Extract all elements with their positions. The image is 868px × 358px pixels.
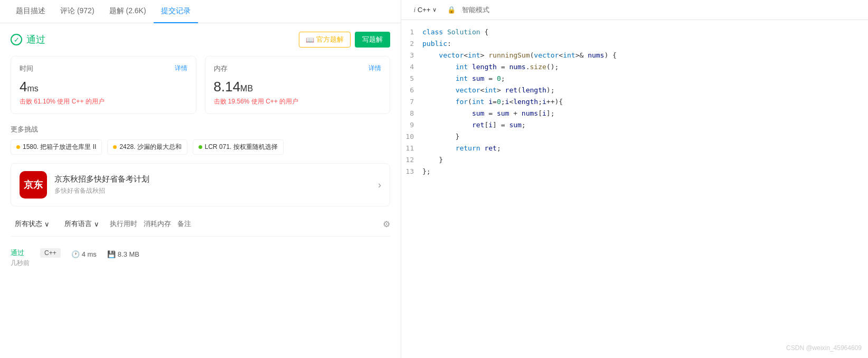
left-panel: 题目描述 评论 (972) 题解 (2.6K) 提交记录 ✓ 通过 📖 官方题解… xyxy=(0,0,401,358)
official-solution-button[interactable]: 📖 官方题解 xyxy=(299,32,351,48)
time-card-header: 时间 详情 xyxy=(20,64,187,73)
code-line-9: 9 ret[i] = sum; xyxy=(401,119,868,131)
line-code-13: }; xyxy=(422,166,868,177)
memory-header: 消耗内存 xyxy=(144,219,171,229)
code-line-4: 4 int length = nums.size(); xyxy=(401,61,868,73)
watermark: CSDN @weixin_45964609 xyxy=(786,344,862,352)
time-card: 时间 详情 4ms 击败 61.10% 使用 C++ 的用户 xyxy=(11,56,196,114)
pass-status: ✓ 通过 xyxy=(11,33,45,46)
note-header: 备注 xyxy=(177,219,191,229)
ad-logo: 京东 xyxy=(20,171,47,199)
memory-card-header: 内存 详情 xyxy=(214,64,382,73)
dot-icon-0 xyxy=(16,145,20,149)
line-number-12: 12 xyxy=(401,154,422,166)
lang-chevron-icon: ∨ xyxy=(432,6,437,13)
dot-icon-2 xyxy=(199,145,202,149)
code-line-8: 8 sum = sum + nums[i]; xyxy=(401,108,868,119)
line-code-9: ret[i] = sum; xyxy=(422,119,868,131)
tab-submissions[interactable]: 提交记录 xyxy=(154,0,198,23)
exec-time-header: 执行用时 xyxy=(110,219,137,229)
line-code-5: int sum = 0; xyxy=(422,73,868,84)
memory-beat: 击败 19.56% 使用 C++ 的用户 xyxy=(214,97,382,106)
challenge-tag-1[interactable]: 2428. 沙漏的最大总和 xyxy=(107,139,187,155)
ad-title: 京东秋招多快好省备考计划 xyxy=(54,174,371,184)
submission-lang: C++ xyxy=(40,248,61,258)
time-beat: 击败 61.10% 使用 C++ 的用户 xyxy=(20,97,187,106)
challenge-label-2: LCR 071. 按权重随机选择 xyxy=(205,143,278,152)
code-line-7: 7 for(int i=0;i<length;i++){ xyxy=(401,96,868,108)
submission-time: 几秒前 xyxy=(11,259,30,268)
line-code-11: return ret; xyxy=(422,143,868,154)
lang-icon: i xyxy=(414,6,416,14)
tab-description[interactable]: 题目描述 xyxy=(8,0,53,23)
tab-solutions[interactable]: 题解 (2.6K) xyxy=(102,0,154,23)
submission-row: 通过 几秒前 C++ 🕐 4 ms 💾 8.3 MB xyxy=(11,244,390,272)
time-unit: ms xyxy=(27,84,38,93)
status-row: ✓ 通过 📖 官方题解 写题解 xyxy=(11,32,390,48)
pass-label: 通过 xyxy=(26,33,45,46)
smart-mode-label: 智能模式 xyxy=(462,5,489,15)
write-solution-button[interactable]: 写题解 xyxy=(355,32,390,48)
code-line-13: 13 }; xyxy=(401,166,868,177)
more-challenges: 更多挑战 1580. 把箱子放进仓库里 II 2428. 沙漏的最大总和 LCR… xyxy=(11,125,390,155)
submission-exec-time: 🕐 4 ms xyxy=(71,250,97,258)
line-number-6: 6 xyxy=(401,84,422,96)
lang-filter[interactable]: 所有语言 ∨ xyxy=(60,217,103,231)
ad-banner[interactable]: 京东 京东秋招多快好省备考计划 多快好省备战秋招 › xyxy=(11,163,390,206)
challenge-tag-2[interactable]: LCR 071. 按权重随机选择 xyxy=(193,139,284,155)
submission-memory: 💾 8.3 MB xyxy=(107,250,139,258)
code-line-11: 11 return ret; xyxy=(401,143,868,154)
dot-icon-1 xyxy=(113,145,117,149)
challenge-tags-list: 1580. 把箱子放进仓库里 II 2428. 沙漏的最大总和 LCR 071.… xyxy=(11,139,390,155)
main-content: ✓ 通过 📖 官方题解 写题解 时间 详情 4ms 击 xyxy=(0,23,401,358)
memory-detail-link[interactable]: 详情 xyxy=(369,64,381,73)
status-filter[interactable]: 所有状态 ∨ xyxy=(11,217,54,231)
line-code-8: sum = sum + nums[i]; xyxy=(422,108,868,119)
code-line-12: 12 } xyxy=(401,154,868,166)
right-panel: i C++ ∨ 🔒 智能模式 1 class Solution { 2 publ… xyxy=(401,0,868,358)
line-code-2: public: xyxy=(422,38,868,50)
ad-subtitle: 多快好省备战秋招 xyxy=(54,186,371,195)
lang-selector[interactable]: i C++ ∨ xyxy=(410,4,441,15)
line-code-4: int length = nums.size(); xyxy=(422,61,868,73)
challenge-label-1: 2428. 沙漏的最大总和 xyxy=(119,143,181,152)
status-filter-chevron: ∨ xyxy=(44,220,50,228)
memory-card: 内存 详情 8.14MB 击败 19.56% 使用 C++ 的用户 xyxy=(205,56,391,114)
editor-toolbar: i C++ ∨ 🔒 智能模式 xyxy=(401,0,868,20)
memory-unit: MB xyxy=(240,84,253,93)
lang-filter-chevron: ∨ xyxy=(94,220,99,228)
settings-icon[interactable]: ⚙ xyxy=(383,219,390,229)
status-filter-label: 所有状态 xyxy=(15,219,42,229)
line-number-13: 13 xyxy=(401,166,422,177)
line-number-3: 3 xyxy=(401,50,422,61)
line-code-7: for(int i=0;i<length;i++){ xyxy=(422,96,868,108)
clock-icon: 🕐 xyxy=(71,250,80,258)
line-code-12: } xyxy=(422,154,868,166)
line-number-7: 7 xyxy=(401,96,422,108)
line-code-6: vector<int> ret(length); xyxy=(422,84,868,96)
line-number-4: 4 xyxy=(401,61,422,73)
submission-status: 通过 几秒前 xyxy=(11,248,30,268)
memory-title: 内存 xyxy=(214,64,228,73)
memory-value: 8.14MB xyxy=(214,79,382,95)
line-number-5: 5 xyxy=(401,73,422,84)
code-line-2: 2 public: xyxy=(401,38,868,50)
line-number-2: 2 xyxy=(401,38,422,50)
line-code-1: class Solution { xyxy=(422,26,868,38)
code-line-1: 1 class Solution { xyxy=(401,26,868,38)
time-value: 4ms xyxy=(20,79,187,95)
challenge-tag-0[interactable]: 1580. 把箱子放进仓库里 II xyxy=(11,139,102,155)
tab-comments[interactable]: 评论 (972) xyxy=(53,0,102,23)
code-editor[interactable]: 1 class Solution { 2 public: 3 vector<in… xyxy=(401,20,868,358)
memory-icon: 💾 xyxy=(107,250,116,258)
line-number-11: 11 xyxy=(401,143,422,154)
action-buttons: 📖 官方题解 写题解 xyxy=(299,32,390,48)
check-icon: ✓ xyxy=(11,34,22,45)
submission-pass-label[interactable]: 通过 xyxy=(11,248,30,258)
time-detail-link[interactable]: 详情 xyxy=(175,64,187,73)
line-number-8: 8 xyxy=(401,108,422,119)
line-number-10: 10 xyxy=(401,131,422,143)
lock-icon: 🔒 xyxy=(447,6,456,14)
line-code-3: vector<int> runningSum(vector<int>& nums… xyxy=(422,50,868,61)
book-icon: 📖 xyxy=(306,36,314,44)
